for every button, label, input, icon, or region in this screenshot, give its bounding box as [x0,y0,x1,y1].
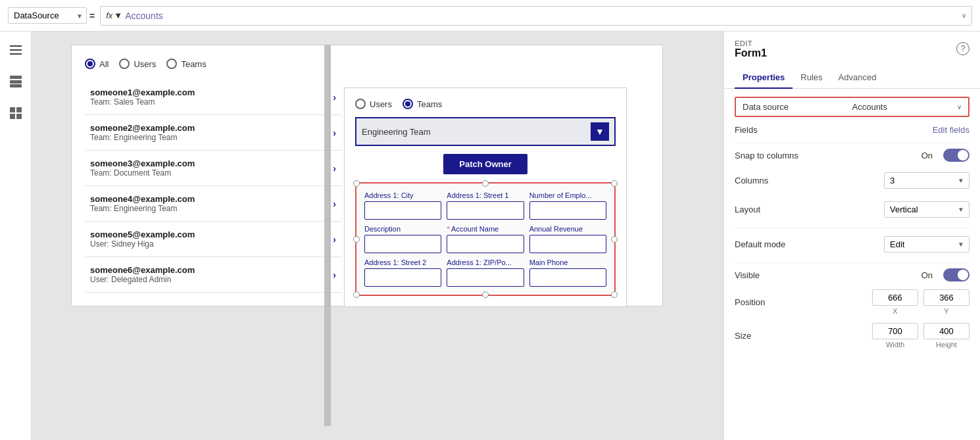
resize-handle-bl[interactable] [353,291,360,298]
list-item[interactable]: someone4@example.com Team: Engineering T… [85,186,341,222]
size-width-input[interactable] [872,323,918,339]
radio-users[interactable]: Users [119,59,156,69]
datasource-dropdown[interactable]: DataSource [8,7,87,24]
team-dropdown-chevron-icon: ▼ [591,122,609,141]
formula-bar[interactable]: fx ▼ Accounts ∨ [100,6,972,26]
equals-sign: = [89,11,95,21]
help-icon[interactable]: ? [956,42,969,55]
visible-toggle[interactable] [943,268,969,281]
list-item-arrow-icon: › [333,234,336,245]
inner-panel: Users Teams Engineering Team ▼ Patch Own… [344,87,627,307]
hamburger-icon[interactable] [5,39,26,61]
radio-teams[interactable]: Teams [166,59,206,69]
snap-toggle-on-label: On [921,151,933,160]
form-field-city-label: Address 1: City [364,191,441,199]
visible-label: Visible [735,270,814,280]
size-width-label: Width [886,341,904,349]
list-item[interactable]: someone3@example.com Team: Document Team… [85,151,341,186]
form-field-city: Address 1: City [364,191,441,220]
position-x-input[interactable] [872,289,918,306]
list-item-arrow-icon: › [333,199,336,209]
svg-rect-9 [16,114,22,119]
tab-rules[interactable]: Rules [793,67,830,89]
tab-advanced[interactable]: Advanced [831,67,885,89]
form-field-revenue-input[interactable] [529,235,606,253]
default-mode-label: Default mode [735,239,814,249]
form-field-city-input[interactable] [364,201,441,220]
layout-select[interactable]: Vertical Horizontal [884,201,969,218]
columns-select[interactable]: 3 1 2 [884,172,969,189]
position-y-label: Y [944,307,948,315]
layout-select-wrap: Vertical Horizontal ▼ [884,201,969,218]
form-field-employees-input[interactable] [529,201,606,220]
resize-handle-ml[interactable] [353,236,360,243]
position-y-input[interactable] [923,289,969,306]
list-item[interactable]: someone2@example.com Team: Engineering T… [85,115,341,151]
right-panel-header: EDIT Form1 ? [724,32,980,67]
list-item-email: someone5@example.com [90,230,195,239]
formula-value: Accounts [125,11,959,21]
snap-to-columns-toggle[interactable] [943,149,969,162]
position-y-group: Y [923,289,969,315]
team-dropdown[interactable]: Engineering Team ▼ [355,117,616,146]
data-source-row[interactable]: Data source Accounts ∨ [735,97,969,117]
form-field-phone-input[interactable] [529,268,606,287]
svg-rect-4 [10,80,22,84]
data-source-value-group: Accounts ∨ [852,102,962,112]
resize-handle-bm[interactable] [482,291,489,298]
fields-row: Fields Edit fields [735,125,969,135]
inner-radio-users-circle [355,99,366,109]
form-field-account-name-input[interactable] [447,235,524,253]
list-item[interactable]: someone5@example.com User: Sidney Higa › [85,222,341,257]
tab-properties[interactable]: Properties [735,67,793,89]
form-field-zip-label: Address 1: ZIP/Po... [447,258,524,266]
patch-owner-container: Patch Owner [355,154,616,174]
form-field-zip: Address 1: ZIP/Po... [447,258,524,287]
size-height-input[interactable] [923,323,969,339]
form-field-description-input[interactable] [364,235,441,253]
main-area: All Users Teams someone1@example.com Tea… [0,32,980,440]
resize-handle-tr[interactable] [611,180,618,187]
form-field-zip-input[interactable] [447,268,524,287]
top-bar: DataSource ▼ = fx ▼ Accounts ∨ [0,0,980,32]
properties-section: Data source Accounts ∨ Fields Edit field… [724,89,980,364]
fields-label: Fields [735,125,814,135]
form-field-description-label: Description [364,225,441,233]
form-field-employees-label: Number of Emplo... [529,191,606,199]
main-radio-group: All Users Teams [85,59,649,69]
default-mode-select[interactable]: Edit View New [884,236,969,253]
team-dropdown-value: Engineering Team [362,127,591,137]
divider2 [735,228,969,228]
inner-radio-users[interactable]: Users [355,99,392,109]
svg-rect-3 [10,76,22,79]
resize-handle-tl[interactable] [353,180,360,187]
layers-icon[interactable] [5,71,26,92]
list-item[interactable]: someone1@example.com Team: Sales Team › [85,80,341,115]
divider [735,143,969,143]
scroll-separator [324,45,331,426]
left-sidebar [0,32,32,440]
fx-chevron-icon: ▼ [114,11,122,20]
position-xy-group: X Y [872,289,969,315]
form-field-street2-input[interactable] [364,268,441,287]
list-item[interactable]: someone6@example.com User: Delegated Adm… [85,257,341,293]
list-item-arrow-icon: › [333,128,336,138]
list-item-arrow-icon: › [333,270,336,280]
right-panel: EDIT Form1 ? Properties Rules Advanced D… [723,32,980,440]
inner-radio-teams[interactable]: Teams [403,99,442,109]
radio-teams-circle [166,59,177,69]
resize-handle-mr[interactable] [611,236,618,243]
list-item-arrow-icon: › [333,92,336,103]
grid-icon[interactable] [5,103,26,124]
radio-users-circle [119,59,130,69]
form-fields-grid: Address 1: City Address 1: Street 1 Numb… [364,191,606,287]
edit-label: EDIT [735,39,969,47]
resize-handle-tm[interactable] [482,180,489,187]
radio-all[interactable]: All [85,59,109,69]
list-item-team: Team: Sales Team [90,97,195,107]
form-field-street1-input[interactable] [447,201,524,220]
size-inputs: Width Height [814,323,969,349]
edit-fields-link[interactable]: Edit fields [933,125,969,135]
patch-owner-button[interactable]: Patch Owner [443,154,527,174]
resize-handle-br[interactable] [611,291,618,298]
